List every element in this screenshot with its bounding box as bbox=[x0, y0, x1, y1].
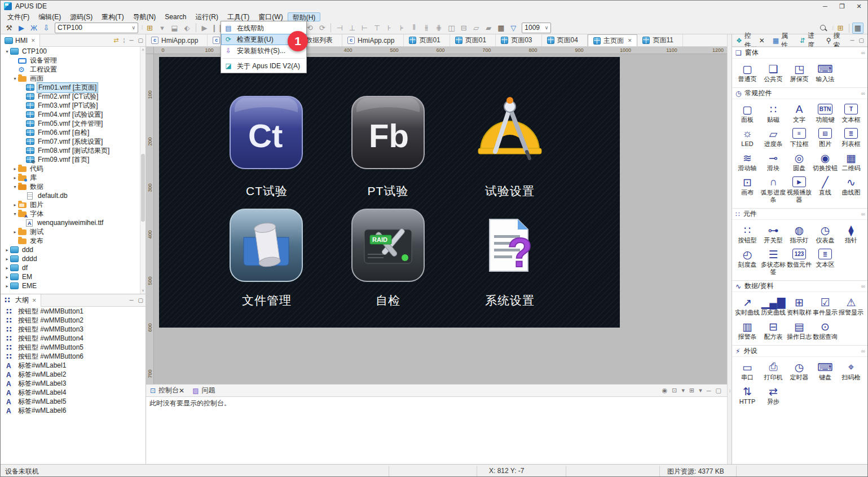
self-check-tile[interactable]: RAID bbox=[351, 208, 425, 282]
test-settings-tile[interactable] bbox=[473, 95, 547, 170]
tree-item[interactable]: ▸ dddd bbox=[1, 254, 140, 263]
outline-item[interactable]: 标签#wMLabel5 bbox=[1, 397, 146, 406]
palette-item[interactable]: ⧫ 指针 bbox=[838, 223, 864, 244]
minimize-view-icon[interactable]: ─ bbox=[129, 37, 133, 43]
redo-icon[interactable]: ⟳ bbox=[316, 22, 328, 33]
palette-item[interactable]: ⊸ 滑块 bbox=[760, 151, 786, 172]
align-top-icon[interactable]: ⊤ bbox=[371, 22, 382, 33]
palette-tab[interactable]: ❖ 控件... ✕ bbox=[732, 34, 769, 47]
expand-arrow-icon[interactable]: ▸ bbox=[12, 175, 18, 180]
tree-item[interactable]: Frm08.vmf [测试结果页] bbox=[1, 146, 140, 155]
expand-arrow-icon[interactable]: ▸ bbox=[12, 166, 18, 171]
align-middle-icon[interactable]: ⊦ bbox=[384, 22, 395, 33]
palette-item[interactable]: ☼ LED bbox=[734, 127, 760, 148]
maximize-view-icon[interactable]: ▢ bbox=[138, 297, 143, 303]
palette-tab[interactable]: ⚲ 搜索 bbox=[822, 34, 848, 47]
match-size-icon[interactable]: ⋕ bbox=[433, 22, 444, 33]
palette-tab[interactable]: ▦ 属性 bbox=[769, 34, 796, 47]
tree-item[interactable]: Frm04.vmf [试验设置] bbox=[1, 110, 140, 119]
palette-item[interactable]: ↗ 实时曲线 bbox=[734, 295, 760, 316]
maximize-icon[interactable]: ▢ bbox=[716, 387, 721, 394]
palette-item[interactable]: ⌨ 键盘 bbox=[812, 360, 838, 381]
link-with-editor-icon[interactable]: ⇄ bbox=[113, 37, 118, 44]
pin-console-icon[interactable]: ◉ bbox=[662, 387, 668, 394]
tree-item[interactable]: Frm05.vmf [文件管理] bbox=[1, 119, 140, 128]
tree-item[interactable]: ▸ 测试 bbox=[1, 227, 140, 236]
tree-item[interactable]: Frm06.vmf [自检] bbox=[1, 128, 140, 137]
tree-item[interactable]: ▸ df bbox=[1, 263, 140, 272]
palette-item[interactable]: ▦ 二维码 bbox=[838, 151, 864, 172]
tree-item[interactable]: default.db bbox=[1, 191, 140, 200]
editor-tab[interactable]: 主页面 ✕ bbox=[588, 34, 638, 46]
layout-grid-icon[interactable]: ▦ bbox=[495, 22, 506, 33]
expand-arrow-icon[interactable]: ▸ bbox=[12, 202, 18, 207]
palette-item[interactable]: ◍ 指示灯 bbox=[786, 223, 812, 244]
editor-tab[interactable]: 页面01 bbox=[404, 34, 450, 46]
outline-item[interactable]: 按钮型 #wMMButton2 bbox=[1, 316, 146, 325]
palette-item[interactable]: ⇄ 异步 bbox=[760, 385, 786, 405]
maximize-view-icon[interactable]: ▢ bbox=[138, 37, 143, 43]
system-settings-tile[interactable]: ? bbox=[473, 208, 547, 282]
collapse-icon[interactable]: ∞ bbox=[861, 50, 865, 56]
palette-item[interactable]: ∿ 曲线图 bbox=[838, 175, 864, 204]
tree-item[interactable]: ▸ EM bbox=[1, 272, 140, 281]
tree-item[interactable]: ▸ 库 bbox=[1, 173, 140, 182]
deploy-icon[interactable]: ⇩ bbox=[41, 22, 52, 33]
palette-item[interactable]: ∷ 按钮型 bbox=[734, 223, 760, 244]
new-wizard-icon[interactable]: ⊞ bbox=[144, 22, 156, 33]
outline-item[interactable]: 按钮型 #wMMButton6 bbox=[1, 352, 146, 361]
editor-tab[interactable]: c HmiApp.cpp bbox=[146, 34, 208, 46]
tree-item[interactable]: ▸ 代码 bbox=[1, 164, 140, 173]
menu-item[interactable]: 编辑(E) bbox=[34, 12, 65, 21]
outline-item[interactable]: 按钮型 #wMMButton4 bbox=[1, 334, 146, 343]
same-height-icon[interactable]: ⊟ bbox=[458, 22, 469, 33]
expand-arrow-icon[interactable]: ▸ bbox=[4, 257, 10, 262]
palette-item[interactable]: ⊟ 配方表 bbox=[760, 320, 786, 341]
tree-item[interactable]: ▸ 图片 bbox=[1, 200, 140, 209]
expand-arrow-icon[interactable]: ▸ bbox=[4, 284, 10, 289]
save-icon[interactable]: ⬓ bbox=[169, 22, 180, 33]
palette-item[interactable]: ▢ 普通页 bbox=[734, 62, 760, 83]
close-view-icon[interactable]: ✕ bbox=[32, 298, 37, 303]
filter-icon[interactable]: ▽ bbox=[508, 22, 519, 33]
align-center-icon[interactable]: ⊥ bbox=[346, 22, 358, 33]
console-tab[interactable]: ▨ 问题 bbox=[188, 385, 219, 397]
close-view-icon[interactable]: ✕ bbox=[31, 38, 36, 43]
palette-item[interactable]: ▢ 面板 bbox=[734, 103, 760, 123]
run-icon[interactable]: ▶ bbox=[16, 22, 27, 33]
palette-item[interactable]: ⌨ 输入法 bbox=[812, 62, 838, 83]
new-wizard-arrow-icon[interactable]: ▾ bbox=[157, 22, 168, 33]
outline-item[interactable]: 按钮型 #wMMButton5 bbox=[1, 343, 146, 352]
outline-item[interactable]: 标签#wMLabel4 bbox=[1, 388, 146, 397]
palette-item[interactable]: ▥ 报警条 bbox=[734, 320, 760, 341]
tree-item[interactable]: ▸ EME bbox=[1, 281, 140, 290]
hmi-page[interactable]: Ct Fb bbox=[159, 57, 620, 328]
build-icon[interactable]: ⚒ bbox=[3, 22, 15, 33]
palette-item[interactable]: ⊡ 画布 bbox=[734, 175, 760, 204]
palette-section-header[interactable]: ∷ 元件 ∞ bbox=[732, 208, 868, 220]
palette-section-header[interactable]: ⚡ 外设 ∞ bbox=[732, 345, 868, 357]
menu-item[interactable]: 工具(T) bbox=[223, 12, 254, 21]
palette-tab[interactable]: ⇵ 进度 bbox=[796, 34, 822, 47]
palette-section-header[interactable]: ❏ 窗体 ∞ bbox=[732, 47, 868, 59]
tree-item[interactable]: Frm09.vmf [首页] bbox=[1, 155, 140, 164]
expand-arrow-icon[interactable]: ▾ bbox=[12, 211, 18, 217]
editor-tab[interactable]: 页面01 bbox=[450, 34, 496, 46]
display-arrow-icon[interactable]: ▾ bbox=[682, 387, 685, 394]
editor-tab[interactable]: 页面11 bbox=[637, 34, 682, 46]
palette-item[interactable]: ∩ 弧形进度条 bbox=[760, 175, 786, 204]
collapse-icon[interactable]: ∞ bbox=[861, 211, 865, 217]
outline-item[interactable]: 标签#wMLabel3 bbox=[1, 379, 146, 388]
menu-item[interactable]: 重构(T) bbox=[97, 12, 128, 21]
palette-item[interactable]: ◷ 仪表盘 bbox=[812, 223, 838, 244]
palette-item[interactable]: ☰ 多状态标签 bbox=[760, 248, 786, 276]
minimize-view-icon[interactable]: ─ bbox=[129, 297, 133, 303]
palette-item[interactable]: ▱ 进度条 bbox=[760, 127, 786, 148]
hmi-perspective-button[interactable]: ▦ bbox=[852, 23, 863, 34]
view-menu-icon[interactable]: ⁞ bbox=[123, 37, 125, 44]
tree-item[interactable]: Frm07.vmf [系统设置] bbox=[1, 137, 140, 146]
menu-item[interactable]: 窗口(W) bbox=[254, 12, 287, 21]
menu-item[interactable]: 源码(S) bbox=[65, 12, 97, 21]
same-width-icon[interactable]: ◫ bbox=[446, 22, 457, 33]
palette-item[interactable]: ◳ 屏保页 bbox=[786, 62, 812, 83]
